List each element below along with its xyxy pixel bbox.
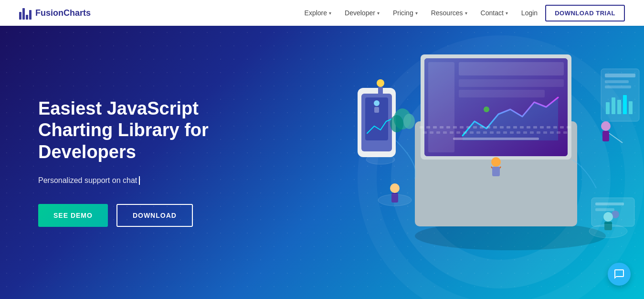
svg-rect-50	[523, 131, 527, 134]
svg-rect-52	[537, 131, 540, 134]
svg-point-61	[374, 100, 380, 106]
hero-content: Easiest JavaScript Charting Library for …	[0, 69, 267, 256]
svg-point-91	[390, 115, 403, 132]
svg-rect-24	[500, 126, 504, 128]
svg-rect-4	[421, 54, 571, 160]
svg-rect-46	[496, 131, 500, 134]
svg-rect-63	[601, 69, 639, 121]
svg-rect-62	[374, 107, 379, 113]
svg-rect-68	[612, 97, 615, 114]
svg-point-80	[601, 121, 611, 131]
svg-rect-12	[420, 126, 423, 128]
svg-rect-47	[503, 131, 507, 134]
svg-point-83	[603, 212, 613, 222]
svg-rect-22	[486, 126, 490, 128]
svg-rect-26	[513, 126, 517, 128]
hero-buttons: SEE DEMO DOWNLOAD	[38, 204, 267, 227]
svg-rect-30	[540, 126, 544, 128]
svg-point-0	[405, 83, 596, 274]
see-demo-button[interactable]: SEE DEMO	[38, 204, 108, 227]
svg-rect-10	[459, 90, 545, 97]
svg-rect-53	[543, 131, 547, 134]
svg-point-87	[366, 155, 395, 164]
svg-rect-41	[463, 131, 467, 134]
hero-title: Easiest JavaScript Charting Library for …	[38, 98, 267, 163]
svg-rect-86	[391, 193, 398, 203]
brand-logo-icon	[19, 6, 32, 20]
chat-icon	[613, 268, 625, 280]
download-button[interactable]: DOWNLOAD	[116, 204, 193, 227]
text-cursor	[139, 176, 140, 185]
chat-bubble[interactable]	[608, 263, 631, 286]
brand-logo-link[interactable]: FusionCharts	[19, 6, 91, 20]
navbar: FusionCharts Explore ▾ Developer ▾ Prici…	[0, 0, 644, 26]
svg-rect-5	[424, 58, 568, 156]
chevron-down-icon: ▾	[329, 11, 331, 16]
svg-rect-15	[440, 126, 443, 128]
svg-rect-17	[453, 126, 457, 128]
svg-rect-43	[476, 131, 480, 134]
nav-item-developer[interactable]: Developer ▾	[339, 0, 385, 26]
nav-item-pricing[interactable]: Pricing ▾	[387, 0, 423, 26]
nav-item-contact[interactable]: Contact ▾	[475, 0, 514, 26]
svg-rect-40	[456, 131, 460, 134]
svg-rect-60	[365, 97, 388, 140]
svg-rect-56	[563, 131, 567, 134]
svg-rect-23	[493, 126, 497, 128]
svg-rect-8	[459, 62, 564, 75]
chevron-down-icon: ▾	[415, 11, 418, 16]
svg-rect-6	[424, 58, 568, 156]
svg-rect-27	[520, 126, 524, 128]
svg-rect-38	[443, 131, 447, 134]
svg-rect-35	[423, 131, 427, 134]
svg-rect-25	[507, 126, 510, 128]
svg-point-75	[612, 211, 619, 218]
svg-rect-67	[606, 102, 610, 114]
svg-point-76	[377, 79, 384, 87]
svg-point-90	[394, 108, 411, 129]
nav-login[interactable]: Login	[516, 9, 543, 17]
svg-rect-84	[604, 222, 612, 230]
svg-rect-49	[517, 131, 520, 134]
svg-point-85	[390, 183, 400, 193]
svg-rect-44	[483, 131, 487, 134]
navbar-nav: Explore ▾ Developer ▾ Pricing ▾ Resource…	[299, 0, 625, 26]
svg-rect-71	[629, 101, 633, 114]
download-trial-button[interactable]: DOWNLOAD TRIAL	[545, 5, 625, 21]
svg-rect-39	[450, 131, 454, 134]
svg-line-82	[609, 133, 623, 143]
hero-subtitle: Personalized support on chat	[38, 176, 267, 185]
svg-rect-18	[460, 126, 464, 128]
svg-rect-13	[426, 126, 430, 128]
svg-rect-16	[446, 126, 450, 128]
svg-rect-69	[617, 100, 621, 114]
svg-point-78	[491, 157, 501, 167]
nav-item-resources[interactable]: Resources ▾	[425, 0, 473, 26]
svg-point-92	[403, 114, 415, 129]
svg-rect-54	[550, 131, 554, 134]
svg-rect-66	[605, 85, 631, 88]
chevron-down-icon: ▾	[506, 11, 508, 16]
svg-rect-34	[567, 126, 570, 128]
svg-rect-36	[430, 131, 433, 134]
svg-rect-42	[470, 131, 474, 134]
chevron-down-icon: ▾	[377, 11, 380, 16]
svg-rect-14	[433, 126, 437, 128]
hero-section: Easiest JavaScript Charting Library for …	[0, 26, 644, 299]
svg-rect-55	[557, 131, 560, 134]
svg-rect-58	[358, 88, 396, 157]
nav-item-explore[interactable]: Explore ▾	[299, 0, 337, 26]
svg-rect-29	[533, 126, 537, 128]
svg-rect-31	[547, 126, 550, 128]
svg-rect-65	[605, 80, 629, 83]
svg-point-89	[589, 224, 627, 238]
svg-rect-32	[553, 126, 557, 128]
hero-illustration	[310, 26, 644, 299]
svg-rect-48	[510, 131, 514, 134]
svg-rect-77	[378, 87, 383, 95]
svg-rect-33	[560, 126, 564, 128]
svg-rect-81	[602, 131, 609, 141]
brand-name: FusionCharts	[35, 8, 91, 18]
svg-rect-7	[428, 62, 454, 152]
svg-rect-20	[473, 126, 477, 128]
